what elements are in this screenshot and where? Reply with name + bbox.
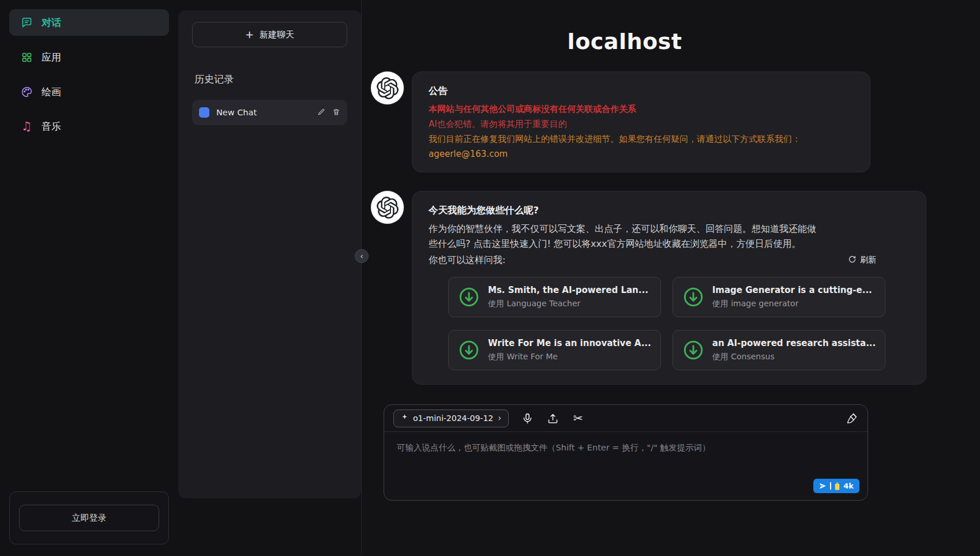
sidebar-item-chat[interactable]: 对话 [9,9,169,36]
suggestion-text: Write For Me is an innovative A... 使用 Wr… [488,338,651,362]
chat-input[interactable] [384,432,868,500]
welcome-bubble: 今天我能为您做些什么呢? 作为你的智慧伙伴，我不仅可以写文案、出点子，还可以和你… [412,191,926,385]
welcome-body: 作为你的智慧伙伴，我不仅可以写文案、出点子，还可以和你聊天、回答问题。想知道我还… [429,221,821,251]
sparkle-icon [401,414,408,423]
chevron-right-icon: › [498,413,501,423]
music-note-icon: ♫ [20,119,33,133]
announcement-line-1: 本网站与任何其他公司或商标没有任何关联或合作关系 [429,103,854,115]
sidebar-item-apps[interactable]: 应用 [9,44,169,70]
message-welcome: 今天我能为您做些什么呢? 作为你的智慧伙伴，我不仅可以写文案、出点子，还可以和你… [371,191,870,385]
edit-pencil-icon[interactable] [317,108,325,118]
announcement-title: 公告 [429,85,854,97]
sidebar-spacer [9,148,169,491]
model-selector[interactable]: o1-mini-2024-09-12 › [393,410,509,427]
suggestion-text: Image Generator is a cutting-e... 使用 ima… [712,285,872,309]
clear-context-broom-button[interactable] [844,411,858,425]
suggestion-title: Ms. Smith, the AI-powered Lan... [488,285,648,295]
send-button[interactable]: 4k [813,479,859,493]
history-card: + 新建聊天 历史记录 New Chat [178,10,361,498]
history-list-item[interactable]: New Chat [192,100,347,125]
download-circle-icon [682,286,704,308]
sidebar-item-label: 对话 [42,16,61,29]
scissors-icon: ✂ [573,412,583,424]
token-count-label: 4k [843,482,854,490]
openai-logo-avatar [371,191,404,224]
history-item-title: New Chat [216,108,257,117]
history-section-title: 历史记录 [192,73,347,86]
login-button[interactable]: 立即登录 [19,505,159,531]
download-circle-icon [682,339,704,361]
sidebar-item-label: 音乐 [42,120,61,133]
suggestion-title: an AI-powered research assista... [712,338,876,348]
send-plane-icon [819,482,827,490]
suggestion-card[interactable]: Image Generator is a cutting-e... 使用 ima… [673,277,885,317]
suggestion-subtitle: 使用 Consensus [712,352,876,362]
microphone-button[interactable] [520,411,534,425]
suggestion-title: Image Generator is a cutting-e... [712,285,872,295]
refresh-suggestions-button[interactable]: 刷新 [848,255,876,265]
app-window: 对话 应用 绘画 ♫ 音乐 立即登录 + 新建聊天 [0,0,980,556]
welcome-title: 今天我能为您做些什么呢? [429,204,910,217]
page-title: localhost [371,29,878,54]
token-battery-icon [835,482,840,490]
suggestion-card[interactable]: an AI-powered research assista... 使用 Con… [673,330,885,370]
plus-icon: + [245,29,254,40]
model-name: o1-mini-2024-09-12 [413,414,493,423]
badge-divider [830,482,831,490]
suggestion-text: Ms. Smith, the AI-powered Lan... 使用 Lang… [488,285,648,309]
sidebar-item-label: 绘画 [42,85,61,99]
contact-email-link[interactable]: ageerle@163.com [429,149,508,159]
sidebar-item-label: 应用 [42,51,61,64]
composer-input-area: 4k [384,432,868,500]
sidebar-item-music[interactable]: ♫ 音乐 [9,113,169,140]
apps-grid-icon [20,50,33,64]
login-box: 立即登录 [9,491,169,544]
hint-row: 你也可以这样问我: 刷新 [429,253,910,268]
chat-bubble-icon [20,16,33,29]
chat-main: localhost 公告 本网站与任何其他公司或商标没有任何关联或合作关系 AI… [362,0,980,556]
sidebar: 对话 应用 绘画 ♫ 音乐 立即登录 [0,0,177,556]
openai-logo-avatar [371,72,404,104]
scissors-capture-button[interactable]: ✂ [571,411,585,425]
suggestion-title: Write For Me is an innovative A... [488,338,651,348]
composer-toolbar: o1-mini-2024-09-12 › ✂ [384,405,868,432]
ask-hint-text: 你也可以这样问我: [429,253,505,268]
chevron-left-icon: ‹ [360,251,363,261]
download-circle-icon [458,339,480,361]
announcement-line-3: 我们目前正在修复我们网站上的错误并改进细节。如果您有任何疑问，请通过以下方式联系… [429,133,854,145]
upload-file-button[interactable] [546,411,560,425]
suggestion-subtitle: 使用 image generator [712,299,872,309]
suggestion-card[interactable]: Ms. Smith, the AI-powered Lan... 使用 Lang… [448,277,661,317]
refresh-label: 刷新 [860,255,876,265]
new-chat-label: 新建聊天 [260,29,294,40]
announcement-bubble: 公告 本网站与任何其他公司或商标没有任何关联或合作关系 AI也会犯错。请勿将其用… [412,72,870,172]
suggestion-card[interactable]: Write For Me is an innovative A... 使用 Wr… [448,330,661,370]
palette-icon [20,85,33,99]
download-circle-icon [458,286,480,308]
suggestion-text: an AI-powered research assista... 使用 Con… [712,338,876,362]
history-item-actions [317,108,340,118]
suggestion-subtitle: 使用 Write For Me [488,352,651,362]
chat-mask-avatar [199,107,209,118]
refresh-icon [848,255,857,265]
suggestion-subtitle: 使用 Language Teacher [488,299,648,309]
sidebar-collapse-handle[interactable]: ‹ [355,249,369,263]
message-announcement: 公告 本网站与任何其他公司或商标没有任何关联或合作关系 AI也会犯错。请勿将其用… [371,72,870,172]
history-panel: + 新建聊天 历史记录 New Chat [177,0,362,556]
sidebar-item-paint[interactable]: 绘画 [9,78,169,105]
announcement-line-2: AI也会犯错。请勿将其用于重要目的 [429,118,854,130]
delete-trash-icon[interactable] [332,108,340,118]
suggestion-grid: Ms. Smith, the AI-powered Lan... 使用 Lang… [429,277,910,371]
composer: o1-mini-2024-09-12 › ✂ [384,404,868,501]
new-chat-button[interactable]: + 新建聊天 [192,22,347,47]
